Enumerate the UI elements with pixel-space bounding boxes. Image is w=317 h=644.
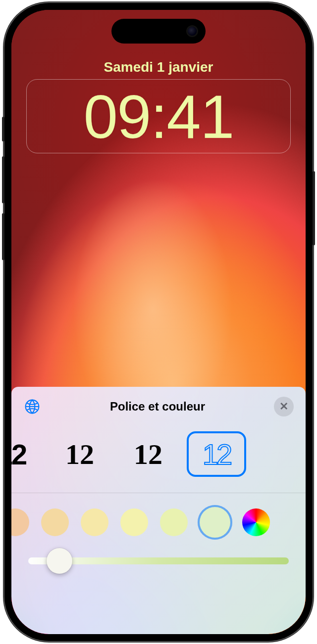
color-options-row (11, 507, 306, 538)
sheet-header: Police et couleur ✕ (11, 387, 306, 424)
slider-thumb[interactable] (47, 548, 72, 574)
close-icon: ✕ (279, 400, 288, 413)
color-swatch[interactable] (11, 508, 29, 536)
color-picker-wheel-icon[interactable] (242, 508, 270, 536)
color-swatch-selected[interactable] (200, 507, 230, 538)
font-option-stencil[interactable]: 12 (11, 431, 41, 477)
font-option-serif-bold[interactable]: 12 (118, 431, 178, 477)
font-sample-label: 12 (203, 438, 231, 471)
font-sample-label: 12 (11, 438, 26, 471)
globe-icon[interactable] (23, 398, 41, 415)
dynamic-island (111, 19, 206, 44)
power-button (313, 171, 315, 245)
clock-edit-frame[interactable]: 09:41 (26, 79, 291, 153)
font-options-row: 12 12 12 12 (11, 424, 306, 493)
silent-switch (2, 117, 4, 141)
volume-down-button (2, 213, 4, 260)
font-color-sheet: Police et couleur ✕ 12 12 12 12 (11, 387, 306, 634)
font-option-outline-selected[interactable]: 12 (187, 431, 246, 477)
color-swatch[interactable] (120, 508, 148, 536)
lock-screen-time: 09:41 (84, 86, 234, 147)
font-sample-label: 12 (134, 438, 162, 471)
screen: Samedi 1 janvier 09:41 Police et couleur… (11, 10, 306, 634)
sheet-title: Police et couleur (110, 400, 205, 414)
color-swatch[interactable] (81, 508, 108, 536)
lock-screen-date: Samedi 1 janvier (11, 59, 306, 75)
phone-frame: Samedi 1 janvier 09:41 Police et couleur… (4, 3, 313, 641)
brightness-slider-row (11, 538, 306, 564)
brightness-slider[interactable] (28, 557, 289, 564)
font-sample-label: 12 (65, 438, 94, 471)
color-swatch[interactable] (160, 508, 188, 536)
color-swatch[interactable] (41, 508, 69, 536)
volume-up-button (2, 156, 4, 203)
font-option-serif[interactable]: 12 (50, 431, 109, 477)
close-button[interactable]: ✕ (274, 397, 294, 416)
divider (11, 493, 306, 493)
